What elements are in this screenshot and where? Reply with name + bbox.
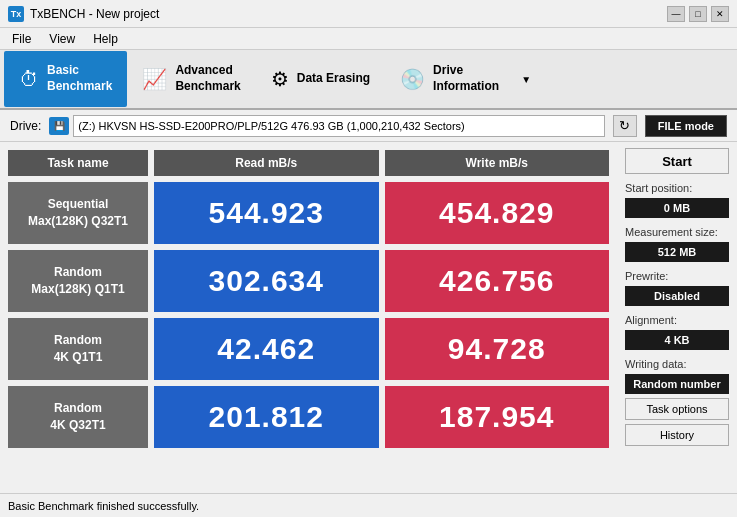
menu-file[interactable]: File [4,30,39,48]
table-row: SequentialMax(128K) Q32T1 544.923 454.82… [8,182,609,244]
read-value-1: 302.634 [154,250,379,312]
col-task-header: Task name [8,150,148,176]
right-panel: Start Start position: 0 MB Measurement s… [617,142,737,493]
tab-data-erasing[interactable]: ⚙ Data Erasing [256,51,385,107]
alignment-value: 4 KB [625,330,729,350]
write-value-1: 426.756 [385,250,610,312]
write-value-0: 454.829 [385,182,610,244]
minimize-button[interactable]: — [667,6,685,22]
prewrite-label: Prewrite: [625,270,729,282]
task-options-button[interactable]: Task options [625,398,729,420]
start-button[interactable]: Start [625,148,729,174]
read-value-0: 544.923 [154,182,379,244]
task-label-0: SequentialMax(128K) Q32T1 [8,182,148,244]
clock-icon: ⏱ [19,69,39,89]
drive-label: Drive: [10,119,41,133]
col-write-header: Write mB/s [385,150,610,176]
read-value-2: 42.462 [154,318,379,380]
table-row: Random4K Q32T1 201.812 187.954 [8,386,609,448]
tab-drive-label: DriveInformation [433,63,499,94]
title-bar: Tx TxBENCH - New project — □ ✕ [0,0,737,28]
col-read-header: Read mB/s [154,150,379,176]
start-position-value: 0 MB [625,198,729,218]
drive-icon: 💾 [49,117,69,135]
prewrite-value: Disabled [625,286,729,306]
writing-data-value: Random number [625,374,729,394]
toolbar-more-button[interactable]: ▼ [516,64,536,94]
results-area: Task name Read mB/s Write mB/s Sequentia… [0,142,617,493]
tab-advanced-benchmark[interactable]: 📈 AdvancedBenchmark [127,51,255,107]
writing-data-label: Writing data: [625,358,729,370]
task-label-2: Random4K Q1T1 [8,318,148,380]
menu-view[interactable]: View [41,30,83,48]
task-label-3: Random4K Q32T1 [8,386,148,448]
tab-advanced-label: AdvancedBenchmark [175,63,240,94]
chart-icon: 📈 [142,69,167,89]
read-value-3: 201.812 [154,386,379,448]
drive-select[interactable]: (Z:) HKVSN HS-SSD-E200PRO/PLP/512G 476.9… [73,115,604,137]
drive-info-icon: 💿 [400,69,425,89]
drive-row: Drive: 💾 (Z:) HKVSN HS-SSD-E200PRO/PLP/5… [0,110,737,142]
menu-help[interactable]: Help [85,30,126,48]
table-row: Random4K Q1T1 42.462 94.728 [8,318,609,380]
write-value-3: 187.954 [385,386,610,448]
tab-basic-label: BasicBenchmark [47,63,112,94]
status-bar: Basic Benchmark finished successfully. [0,493,737,517]
alignment-label: Alignment: [625,314,729,326]
write-value-2: 94.728 [385,318,610,380]
title-bar-controls: — □ ✕ [667,6,729,22]
measurement-size-value: 512 MB [625,242,729,262]
drive-refresh-button[interactable]: ↻ [613,115,637,137]
table-header: Task name Read mB/s Write mB/s [8,150,609,176]
status-text: Basic Benchmark finished successfully. [8,500,199,512]
tab-drive-information[interactable]: 💿 DriveInformation [385,51,514,107]
close-button[interactable]: ✕ [711,6,729,22]
menu-bar: File View Help [0,28,737,50]
file-mode-button[interactable]: FILE mode [645,115,727,137]
maximize-button[interactable]: □ [689,6,707,22]
tab-erasing-label: Data Erasing [297,71,370,87]
tab-basic-benchmark[interactable]: ⏱ BasicBenchmark [4,51,127,107]
window-title: TxBENCH - New project [30,7,159,21]
erasing-icon: ⚙ [271,69,289,89]
task-label-1: RandomMax(128K) Q1T1 [8,250,148,312]
toolbar: ⏱ BasicBenchmark 📈 AdvancedBenchmark ⚙ D… [0,50,737,110]
main-content: Task name Read mB/s Write mB/s Sequentia… [0,142,737,493]
measurement-size-label: Measurement size: [625,226,729,238]
history-button[interactable]: History [625,424,729,446]
table-row: RandomMax(128K) Q1T1 302.634 426.756 [8,250,609,312]
title-bar-left: Tx TxBENCH - New project [8,6,159,22]
start-position-label: Start position: [625,182,729,194]
app-icon: Tx [8,6,24,22]
